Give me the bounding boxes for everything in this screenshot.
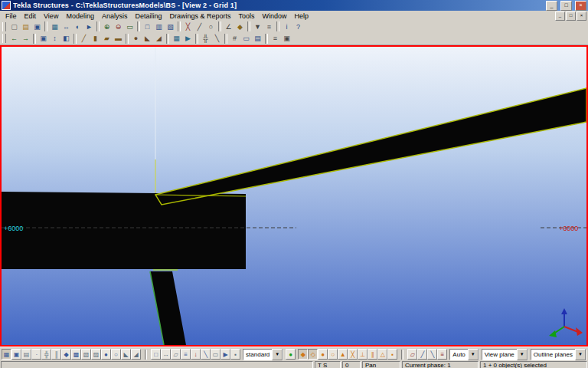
snap-reference-points-icon[interactable]: ◆ [298,349,308,360]
inquire-object-icon[interactable]: i [281,21,292,32]
mdi-close-button[interactable]: × [577,12,586,21]
snap-lock-coordinate-icon[interactable]: ≡ [437,349,447,360]
grid-tool-icon[interactable]: ╬ [200,33,211,44]
help-icon[interactable]: ? [292,21,304,32]
select-planes-icon[interactable]: ▱ [171,349,181,360]
snap-intersections-icon[interactable]: ╳ [348,349,358,360]
menu-edit[interactable]: Edit [21,12,41,20]
outline-planes-combo[interactable]: Outline planes ▼ [531,349,586,360]
select-components-icon[interactable]: ▶ [220,349,230,360]
reports-icon[interactable]: ▤ [252,33,263,44]
create-beam-icon[interactable]: ╱ [78,33,90,44]
open-model-icon[interactable]: ▤ [20,21,31,32]
toolbar-drag-handle[interactable] [2,22,6,31]
circle-tool-icon[interactable]: ○ [205,21,217,32]
select-filter-icon[interactable]: ▼ [252,21,263,32]
snap-any-icon[interactable]: ▪ [387,349,397,360]
mirror-icon[interactable]: ◧ [60,33,72,44]
select-objects-in-assemblies-icon[interactable]: ▧ [81,349,91,360]
select-bolts-icon[interactable]: ● [101,349,111,360]
components-catalog-icon[interactable]: ▦ [171,33,182,44]
select-objects-icon[interactable]: ▪ [230,349,240,360]
welds-icon[interactable]: ◣ [142,33,153,44]
view-plane-combo[interactable]: View plane ▼ [482,349,528,360]
menu-detailing[interactable]: Detailing [131,12,165,20]
chevron-down-icon[interactable]: ▼ [468,349,479,360]
menu-tools[interactable]: Tools [235,12,259,20]
select-loads-icon[interactable]: ↓ [191,349,201,360]
numbering-icon[interactable]: # [229,33,240,44]
select-objects-in-components-icon[interactable]: ▨ [91,349,101,360]
select-welds-icon[interactable]: ◣ [121,349,131,360]
snap-line-extensions-icon[interactable]: ∥ [368,349,377,360]
clash-check-icon[interactable]: ◆ [234,21,246,32]
options-icon[interactable]: ▣ [281,33,292,44]
apply-filter-icon[interactable]: ● [286,349,296,360]
menu-drawings-reports[interactable]: Drawings & Reports [165,12,234,20]
snap-depth-combo[interactable]: Auto ▼ [449,349,479,360]
chevron-down-icon[interactable]: ▼ [272,349,283,360]
zoom-in-icon[interactable]: ⊕ [101,21,113,32]
menu-view[interactable]: View [40,12,62,20]
save-model-icon[interactable]: ▣ [31,21,43,32]
properties-icon[interactable]: ≡ [270,33,281,44]
view-list-icon[interactable]: ▥ [153,21,165,32]
zoom-out-icon[interactable]: ⊖ [113,21,124,32]
construction-line-icon[interactable]: ╲ [211,33,223,44]
selection-filter-combo[interactable]: standard ▼ [243,349,283,360]
macros-icon[interactable]: ▶ [182,33,194,44]
snap-midpoints-icon[interactable]: ▲ [338,349,348,360]
named-views-icon[interactable]: ▧ [165,21,176,32]
redo-icon[interactable]: → [20,33,31,44]
rotate-tool-icon[interactable]: ◐ [72,21,83,32]
chevron-down-icon[interactable]: ▼ [575,349,586,360]
select-distances-icon[interactable]: ↔ [161,349,171,360]
copy-icon[interactable]: ▣ [38,33,49,44]
line-tool-icon[interactable]: ╱ [194,21,205,32]
create-view-icon[interactable]: □ [142,21,153,32]
select-grids-icon[interactable]: ╬ [41,349,51,360]
maximize-button[interactable]: □ [560,1,572,11]
create-plate-icon[interactable]: ▰ [101,33,113,44]
zoom-window-icon[interactable]: ▭ [124,21,136,32]
bolts-icon[interactable]: ● [130,33,142,44]
snap-perpendicular-icon[interactable]: ⊥ [358,349,368,360]
select-points-icon[interactable]: ∙ [31,349,41,360]
select-surfaces-only-icon[interactable]: ▭ [211,349,220,360]
select-reinforcement-icon[interactable]: ╲ [201,349,211,360]
select-cuts-icon[interactable]: ◢ [131,349,141,360]
move-icon[interactable]: ↕ [49,33,60,44]
create-column-icon[interactable]: ▮ [90,33,101,44]
menu-file[interactable]: File [2,12,21,20]
new-model-icon[interactable]: ▢ [8,21,20,32]
fit-work-area-icon[interactable]: ▦ [49,21,60,32]
select-phases-icon[interactable]: ≡ [181,349,191,360]
cuts-icon[interactable]: ◢ [153,33,165,44]
slab-part[interactable] [2,192,246,269]
select-assemblies-icon[interactable]: ▩ [71,349,81,360]
menu-window[interactable]: Window [259,12,291,20]
measure-tool-icon[interactable]: ∠ [223,21,234,32]
model-view[interactable]: +6000 +6000 [0,45,588,347]
undo-icon[interactable]: ← [8,33,20,44]
mdi-restore-button[interactable]: □ [566,12,576,21]
close-button[interactable]: × [575,1,586,11]
select-surfaces-icon[interactable]: ▤ [21,349,31,360]
toolbar-drag-handle[interactable] [2,34,6,43]
create-slab-icon[interactable]: ▬ [113,33,124,44]
minimize-button[interactable]: _ [546,1,557,11]
select-single-bolts-icon[interactable]: ○ [111,349,121,360]
mdi-minimize-button[interactable]: _ [555,12,565,21]
menu-analysis[interactable]: Analysis [98,12,132,20]
drawings-icon[interactable]: ▭ [240,33,252,44]
snap-geometry-points-icon[interactable]: ◇ [308,349,318,360]
snap-override-y-icon[interactable]: ╲ [427,349,437,360]
snap-nearest-icon[interactable]: △ [377,349,387,360]
snap-override-plane-icon[interactable]: ▱ [407,349,417,360]
menu-help[interactable]: Help [291,12,313,20]
pan-tool-icon[interactable]: ↔ [60,21,72,32]
phase-manager-icon[interactable]: ≡ [263,21,275,32]
snap-end-points-icon[interactable]: ● [318,349,328,360]
fly-tool-icon[interactable]: ► [83,21,95,32]
select-views-icon[interactable]: □ [151,349,161,360]
